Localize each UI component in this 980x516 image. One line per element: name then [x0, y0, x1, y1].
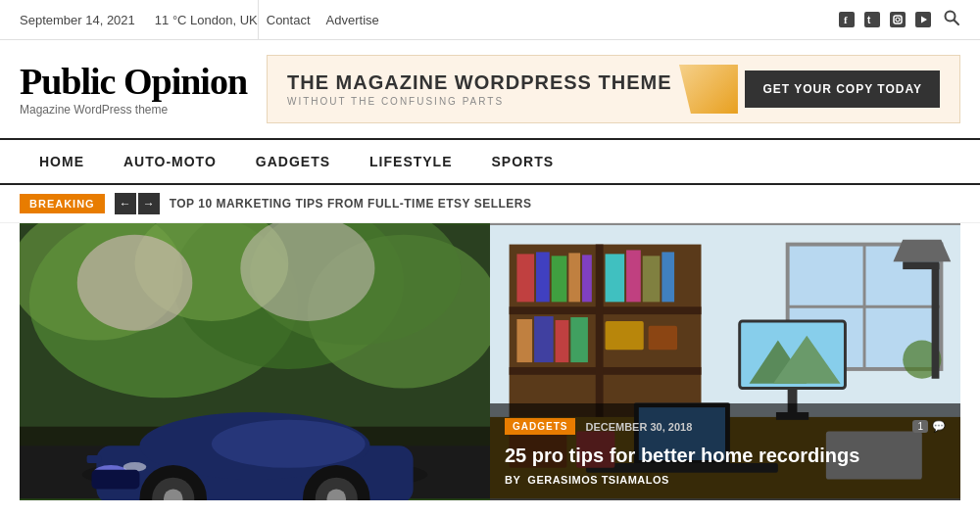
ad-banner-text: THE MAGAZINE WORDPRESS THEME WITHOUT THE… [287, 71, 671, 107]
svg-rect-60 [570, 317, 588, 362]
top-bar-right:   ▤ ▶ f t [839, 9, 960, 31]
nav-item-lifestyle[interactable]: LIFESTYLE [350, 140, 471, 183]
article-date: DECEMBER 30, 2018 [585, 421, 692, 433]
car-scene-svg [20, 223, 490, 500]
header-area: Public Opinion Magazine WordPress theme … [0, 40, 980, 138]
nav-item-gadgets[interactable]: GADGETS [236, 140, 350, 183]
date-label: September 14, 2021 [20, 13, 135, 27]
featured-image-left[interactable] [20, 223, 490, 500]
comment-icon: 💬 [932, 420, 946, 433]
search-button[interactable] [943, 9, 960, 31]
twitter-svg-icon[interactable]: t [864, 12, 880, 27]
nav-item-sports[interactable]: SPORTS [472, 140, 574, 183]
site-title[interactable]: Public Opinion [20, 63, 247, 100]
content-area: GADGETS DECEMBER 30, 2018 1 💬 25 pro tip… [0, 223, 980, 500]
article-author-line: by GERASIMOS TSIAMALOS [505, 474, 946, 486]
article-category[interactable]: GADGETS [505, 418, 575, 435]
breaking-arrows: ← → [115, 193, 160, 214]
contact-link[interactable]: Contact [259, 13, 318, 27]
svg-rect-75 [903, 261, 939, 269]
svg-rect-52 [582, 255, 592, 302]
breaking-label: BREAKING [20, 194, 105, 213]
social-icons-group:   ▤ ▶ f t [839, 12, 931, 27]
by-label: by [505, 474, 520, 486]
weather-label: 11 °C London, UK [155, 13, 258, 27]
svg-point-19 [77, 235, 193, 331]
svg-rect-74 [932, 263, 940, 379]
svg-line-11 [955, 20, 959, 24]
facebook-svg-icon[interactable]: f [839, 12, 855, 27]
ad-banner-decoration [679, 65, 738, 114]
ad-cta-button[interactable]: GET YOUR COPY TODAY [745, 70, 940, 108]
svg-point-26 [212, 420, 366, 468]
top-bar-nav-links: Contact Advertise [259, 13, 387, 27]
ad-banner-title: THE MAGAZINE WORDPRESS THEME [287, 71, 671, 94]
svg-rect-61 [606, 321, 644, 350]
breaking-news-text: TOP 10 MARKETING TIPS FROM FULL-TIME ETS… [170, 197, 532, 211]
svg-text:f: f [844, 14, 848, 25]
svg-rect-51 [568, 253, 580, 302]
main-nav: HOME AUTO-MOTO GADGETS LIFESTYLE SPORTS [0, 138, 980, 185]
article-overlay: GADGETS DECEMBER 30, 2018 1 💬 25 pro tip… [490, 403, 960, 500]
breaking-bar: BREAKING ← → TOP 10 MARKETING TIPS FROM … [0, 185, 980, 223]
article-meta: GADGETS DECEMBER 30, 2018 1 💬 [505, 418, 946, 435]
svg-rect-48 [516, 254, 534, 302]
comment-count: 1 [912, 420, 928, 433]
nav-item-auto-moto[interactable]: AUTO-MOTO [104, 140, 236, 183]
article-comments: 1 💬 [912, 420, 946, 433]
svg-rect-4 [890, 12, 906, 27]
featured-image-right[interactable]: GADGETS DECEMBER 30, 2018 1 💬 25 pro tip… [490, 223, 960, 500]
site-subtitle: Magazine WordPress theme [20, 103, 247, 117]
breaking-next-button[interactable]: → [138, 193, 160, 214]
svg-rect-54 [626, 250, 641, 302]
svg-rect-53 [606, 254, 625, 302]
svg-marker-76 [893, 240, 951, 262]
article-title[interactable]: 25 pro tips for better home recordings [505, 443, 946, 468]
svg-rect-46 [510, 367, 702, 375]
breaking-prev-button[interactable]: ← [115, 193, 136, 214]
svg-rect-29 [91, 470, 139, 490]
svg-rect-62 [649, 326, 677, 350]
top-bar: September 14, 2021 11 °C London, UK Cont… [0, 0, 980, 40]
svg-rect-57 [516, 319, 532, 362]
instagram-svg-icon[interactable] [890, 12, 906, 27]
svg-rect-45 [510, 306, 702, 314]
svg-rect-59 [556, 320, 569, 362]
nav-item-home[interactable]: HOME [20, 140, 104, 183]
advertise-link[interactable]: Advertise [318, 13, 387, 27]
svg-rect-49 [536, 252, 550, 302]
youtube-svg-icon[interactable] [915, 12, 931, 27]
svg-rect-56 [662, 252, 674, 302]
svg-point-7 [900, 16, 901, 17]
ad-banner: THE MAGAZINE WORDPRESS THEME WITHOUT THE… [267, 55, 960, 123]
ad-banner-subtitle: WITHOUT THE CONFUSING PARTS [287, 96, 671, 107]
svg-rect-58 [534, 316, 554, 362]
svg-rect-50 [552, 256, 567, 302]
svg-rect-36 [87, 455, 102, 463]
author-name[interactable]: GERASIMOS TSIAMALOS [527, 474, 669, 486]
svg-rect-55 [643, 256, 661, 302]
logo-section: Public Opinion Magazine WordPress theme [20, 63, 247, 117]
top-bar-left: September 14, 2021 11 °C London, UK [20, 13, 258, 27]
